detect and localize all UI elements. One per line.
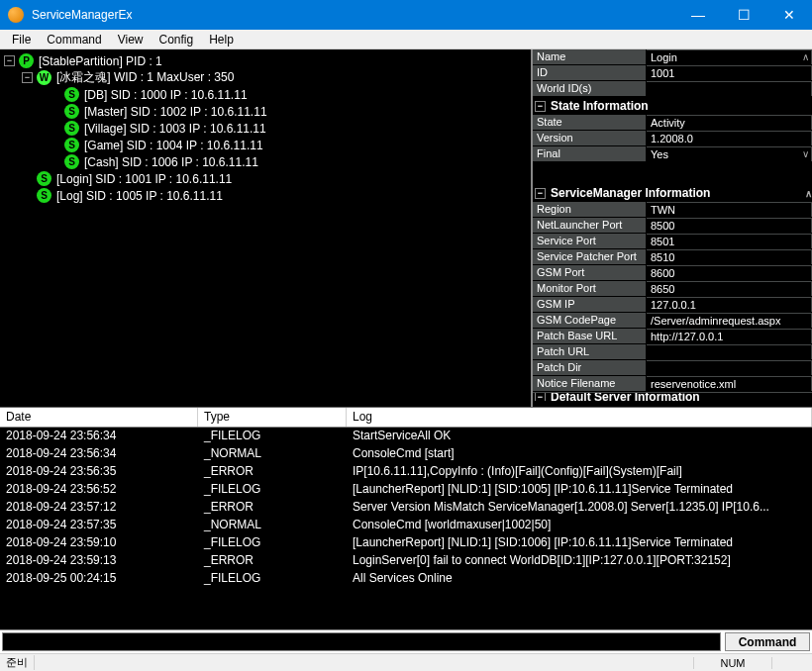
tree-login[interactable]: S [Login] SID : 1001 IP : 10.6.11.11 — [4, 170, 531, 187]
tree-world[interactable]: − W [冰霜之魂] WID : 1 MaxUser : 350 — [4, 69, 531, 86]
log-row[interactable]: 2018-09-24 23:59:13_ERRORLoginServer[0] … — [0, 552, 812, 570]
scroll-up-icon[interactable]: ∧ — [802, 51, 809, 62]
section-state-info[interactable]: − State Information — [533, 97, 812, 115]
log-message: All Services Online — [347, 570, 812, 588]
tree-log[interactable]: S [Log] SID : 1005 IP : 10.6.11.11 — [4, 187, 531, 204]
info-row: ID1001 — [533, 65, 812, 81]
tree-label: [Master] SID : 1002 IP : 10.6.11.11 — [84, 105, 267, 119]
tree-server[interactable]: S[Game] SID : 1004 IP : 10.6.11.11 — [4, 137, 531, 153]
menu-view[interactable]: View — [110, 31, 152, 48]
tree-root[interactable]: − P [StablePartition] PID : 1 — [4, 52, 531, 69]
log-message: IP[10.6.11.11],CopyInfo : (Info)[Fail](C… — [347, 463, 812, 481]
log-row[interactable]: 2018-09-24 23:56:34_NORMALConsoleCmd [st… — [0, 445, 812, 463]
tree-label: [Log] SID : 1005 IP : 10.6.11.11 — [56, 189, 223, 203]
collapse-icon[interactable]: − — [22, 72, 33, 83]
col-log[interactable]: Log — [347, 408, 812, 427]
server-icon: S — [64, 121, 79, 136]
info-value: http://127.0.0.1 — [647, 329, 812, 343]
info-key: NetLauncher Port — [533, 218, 647, 233]
log-header: Date Type Log — [0, 408, 812, 428]
collapse-icon[interactable]: − — [4, 55, 15, 66]
log-row[interactable]: 2018-09-24 23:56:34_FILELOGStartServiceA… — [0, 428, 812, 445]
log-body[interactable]: 2018-09-24 23:56:34_FILELOGStartServiceA… — [0, 428, 812, 629]
info-key: Notice Filename — [533, 376, 647, 391]
col-date[interactable]: Date — [0, 408, 198, 427]
tree-server[interactable]: S[Cash] SID : 1006 IP : 10.6.11.11 — [4, 153, 531, 170]
info-row: World ID(s) — [533, 81, 812, 97]
info-value: 1001 — [647, 65, 812, 80]
log-message: LoginServer[0] fail to connect WorldDB[I… — [347, 552, 812, 570]
menu-command[interactable]: Command — [39, 31, 109, 48]
partition-icon: P — [19, 53, 34, 68]
info-row: FinalYes∨ — [533, 146, 812, 162]
info-key: World ID(s) — [533, 81, 647, 96]
info-value: 8510 — [647, 249, 812, 264]
menu-file[interactable]: File — [4, 31, 39, 48]
info-row: Patch URL — [533, 344, 812, 360]
info-value: 8501 — [647, 234, 812, 248]
menu-help[interactable]: Help — [201, 31, 242, 48]
log-row[interactable]: 2018-09-24 23:59:10_FILELOG[LauncherRepo… — [0, 534, 812, 552]
log-type: _ERROR — [198, 499, 347, 517]
log-row[interactable]: 2018-09-25 00:24:15_FILELOGAll Services … — [0, 570, 812, 588]
info-value: Activity — [647, 115, 812, 130]
info-value: TWN — [647, 202, 812, 217]
log-row[interactable]: 2018-09-24 23:56:52_FILELOG[LauncherRepo… — [0, 481, 812, 499]
tree-label: [StablePartition] PID : 1 — [39, 54, 162, 68]
server-icon: S — [37, 188, 51, 203]
tree-server[interactable]: S[DB] SID : 1000 IP : 10.6.11.11 — [4, 86, 531, 103]
tree-server[interactable]: S[Village] SID : 1003 IP : 10.6.11.11 — [4, 120, 531, 137]
info-key: Service Port — [533, 234, 647, 248]
info-row: Service Port8501 — [533, 234, 812, 249]
log-row[interactable]: 2018-09-24 23:56:35_ERRORIP[10.6.11.11],… — [0, 463, 812, 481]
menu-config[interactable]: Config — [152, 31, 202, 48]
server-icon: S — [64, 104, 79, 119]
info-row: GSM Port8600 — [533, 265, 812, 281]
info-key: GSM IP — [533, 297, 647, 312]
info-key: Name — [533, 49, 647, 64]
server-icon: S — [64, 87, 79, 102]
info-value: 8650 — [647, 281, 812, 296]
info-key: Version — [533, 131, 647, 145]
log-row[interactable]: 2018-09-24 23:57:12_ERRORServer Version … — [0, 499, 812, 517]
scroll-arrows-icon[interactable]: ∧ — [805, 188, 810, 199]
info-key: GSM CodePage — [533, 313, 647, 328]
minimize-button[interactable]: — — [675, 0, 721, 30]
log-panel: Date Type Log 2018-09-24 23:56:34_FILELO… — [0, 408, 812, 629]
close-button[interactable]: ✕ — [766, 0, 812, 30]
log-type: _FILELOG — [198, 534, 347, 552]
command-input[interactable] — [2, 632, 721, 651]
maximize-button[interactable]: ☐ — [721, 0, 766, 30]
log-message: [LauncherReport] [NLID:1] [SID:1005] [IP… — [347, 481, 812, 499]
info-row: Notice Filenamereservenotice.xml — [533, 376, 812, 392]
collapse-icon[interactable]: − — [535, 392, 546, 401]
log-date: 2018-09-24 23:59:10 — [0, 534, 198, 552]
command-button[interactable]: Command — [725, 632, 810, 651]
info-value — [647, 344, 812, 359]
info-key: GSM Port — [533, 265, 647, 280]
server-icon: S — [64, 154, 79, 169]
window-title: ServiceManagerEx — [30, 8, 675, 22]
info-value: Yes∨ — [647, 146, 812, 161]
section-sm-info[interactable]: − ServiceManager Information ∧ — [533, 184, 812, 202]
info-key: Final — [533, 146, 647, 161]
info-key: State — [533, 115, 647, 130]
log-date: 2018-09-24 23:57:12 — [0, 499, 198, 517]
collapse-icon[interactable]: − — [535, 101, 546, 112]
status-ready: 준비 — [0, 655, 35, 670]
info-key: Patch Dir — [533, 360, 647, 375]
log-type: _ERROR — [198, 463, 347, 481]
info-value: 8600 — [647, 265, 812, 280]
info-value: Login∧ — [647, 49, 812, 64]
log-type: _ERROR — [198, 552, 347, 570]
log-date: 2018-09-24 23:56:34 — [0, 445, 198, 463]
section-default-server[interactable]: − Default Server Information — [533, 392, 812, 401]
log-message: [LauncherReport] [NLID:1] [SID:1006] [IP… — [347, 534, 812, 552]
dropdown-icon[interactable]: ∨ — [802, 148, 809, 159]
col-type[interactable]: Type — [198, 408, 347, 427]
info-value: reservenotice.xml — [647, 376, 812, 391]
collapse-icon[interactable]: − — [535, 188, 546, 199]
tree-server[interactable]: S[Master] SID : 1002 IP : 10.6.11.11 — [4, 103, 531, 120]
info-key: ID — [533, 65, 647, 80]
log-row[interactable]: 2018-09-24 23:57:35_NORMALConsoleCmd [wo… — [0, 517, 812, 534]
